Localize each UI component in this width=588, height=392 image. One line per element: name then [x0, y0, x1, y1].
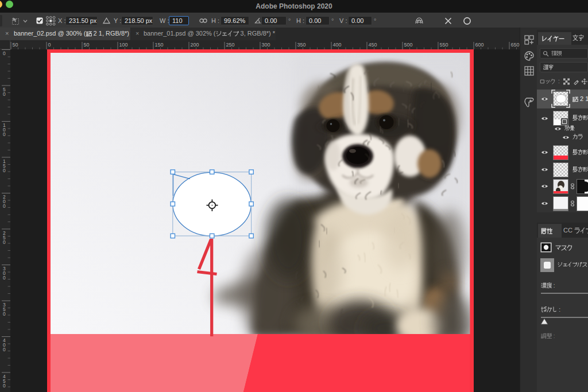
svg-text:650: 650: [511, 42, 520, 48]
svg-text:0: 0: [3, 51, 6, 56]
svg-text:500: 500: [404, 42, 413, 48]
svg-text:50: 50: [84, 42, 90, 48]
svg-text:0: 0: [3, 239, 6, 245]
svg-text:200: 200: [191, 42, 199, 48]
svg-text:0: 0: [3, 311, 6, 317]
svg-text:400: 400: [333, 42, 342, 48]
svg-text:0: 0: [3, 347, 6, 352]
svg-text:0: 0: [48, 42, 51, 48]
svg-text:150: 150: [155, 42, 164, 48]
svg-text:0: 0: [3, 383, 6, 389]
svg-text:0: 0: [3, 131, 6, 137]
svg-text:0: 0: [3, 168, 6, 173]
svg-text:450: 450: [369, 42, 377, 48]
svg-text:0: 0: [3, 275, 6, 281]
svg-text:300: 300: [262, 42, 270, 48]
svg-text:350: 350: [297, 42, 306, 48]
svg-text:550: 550: [440, 42, 448, 48]
svg-text:250: 250: [226, 42, 235, 48]
svg-text:0: 0: [3, 203, 6, 209]
svg-text:100: 100: [119, 42, 128, 48]
svg-text:600: 600: [475, 42, 484, 48]
svg-text:0: 0: [3, 91, 6, 97]
svg-text:50: 50: [13, 42, 18, 48]
